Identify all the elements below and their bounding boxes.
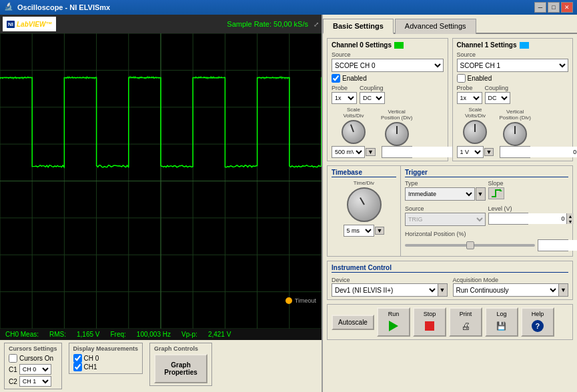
basic-settings-tab[interactable]: Basic Settings xyxy=(323,19,394,34)
acq-mode-select[interactable]: Run ContinuouslyRun Once xyxy=(453,283,560,297)
graph-controls-section: Graph Controls GraphProperties xyxy=(149,343,212,386)
run-icon-container xyxy=(384,319,403,333)
ch0-probe-coupling-row: Probe 1x10x Coupling DCAC xyxy=(332,85,444,104)
timebase-knob-group: Time/Div 5 ms1 ms10 ms ▼ xyxy=(332,180,396,237)
ch0-coupling-col: Coupling DCAC xyxy=(360,85,385,104)
timebase-trigger-section: Timebase Time/Div 5 ms1 ms10 ms ▼ xyxy=(327,165,573,257)
trigger-type-select[interactable]: ImmediateDigital Edge xyxy=(405,187,475,201)
log-button[interactable]: Log 💾 xyxy=(485,307,518,337)
trigger-type-row: Type ImmediateDigital Edge ▼ xyxy=(405,180,486,201)
run-label: Run xyxy=(388,311,400,317)
ch1-scale-knob[interactable] xyxy=(463,120,487,144)
display-measurements-section: Display Measurements CH 0 CH1 xyxy=(69,343,143,374)
expand-icon[interactable]: ⤢ xyxy=(314,21,319,28)
help-button[interactable]: Help ? xyxy=(521,307,554,337)
run-controls: Autoscale Run Stop Print 🖨 xyxy=(327,304,573,340)
autoscale-button[interactable]: Autoscale xyxy=(332,315,374,330)
title-bar: 🔬 Oscilloscope - NI ELVISmx ─ □ ✕ xyxy=(0,0,577,15)
acq-mode-col: Acquisition Mode Run ContinuouslyRun Onc… xyxy=(453,275,569,297)
ch0-vertpos-group: VerticalPosition (Div) ▲ ▼ xyxy=(381,109,413,158)
svg-marker-0 xyxy=(500,189,502,191)
ch1-scale-value-row: 1 V500 mV ▼ xyxy=(457,146,494,158)
ch0-vertpos-marker xyxy=(396,126,398,134)
horiz-pos-field[interactable] xyxy=(538,240,577,251)
device-label: Device xyxy=(332,277,350,283)
ch0-display-checkbox[interactable] xyxy=(73,354,82,363)
ch1-vertpos-field[interactable] xyxy=(500,147,577,157)
ch1-scale-dropdown-arrow[interactable]: ▼ xyxy=(484,148,494,156)
timebase-dropdown-arrow[interactable]: ▼ xyxy=(375,227,385,235)
timeout-dot xyxy=(285,297,292,304)
trigger-source-select[interactable]: TRIG xyxy=(405,213,486,226)
cursors-on-checkbox[interactable] xyxy=(9,354,17,363)
stop-button[interactable]: Stop xyxy=(413,307,446,337)
slope-rising-icon xyxy=(490,189,502,198)
trigger-level-up[interactable]: ▲ xyxy=(567,213,574,219)
horiz-pos-slider-container: ▲ ▼ xyxy=(405,239,568,251)
ch0-vertpos-knob[interactable] xyxy=(385,122,409,146)
maximize-button[interactable]: □ xyxy=(548,2,560,13)
ch1-enabled-checkbox[interactable] xyxy=(457,74,466,83)
c1-select[interactable]: CH 0CH 1 xyxy=(19,364,51,375)
ch0-source-label: Source xyxy=(332,51,444,58)
ch1-scale-select[interactable]: 1 V500 mV xyxy=(457,146,484,158)
ch1-vertpos-knob[interactable] xyxy=(503,122,527,146)
timebase-knob-label: Time/Div xyxy=(354,180,374,186)
main-container: NI LabVIEW™ Sample Rate: 50,00 kS/s ⤢ Ti… xyxy=(0,15,577,392)
trigger-type-arrow[interactable]: ▼ xyxy=(476,187,486,201)
ch0-scale-select[interactable]: 500 mV1 V200 mV xyxy=(332,146,365,158)
ch1-coupling-label: Coupling xyxy=(485,85,510,91)
print-button[interactable]: Print 🖨 xyxy=(449,307,482,337)
rms-value: 1,165 V xyxy=(77,331,99,338)
run-button[interactable]: Run xyxy=(377,307,410,337)
c2-select[interactable]: CH 0CH 1 xyxy=(19,376,51,387)
close-button[interactable]: ✕ xyxy=(561,2,573,13)
timebase-select[interactable]: 5 ms1 ms10 ms xyxy=(344,225,374,237)
freq-value: 100,003 Hz xyxy=(137,331,171,338)
minimize-button[interactable]: ─ xyxy=(534,2,546,13)
ch0-vertpos-field[interactable] xyxy=(382,147,460,157)
rms-label: RMS: xyxy=(49,331,66,338)
timebase-knob[interactable] xyxy=(347,187,382,222)
ch1-display-checkbox[interactable] xyxy=(73,363,82,371)
channel0-color-indicator xyxy=(394,42,404,49)
instrument-control-row: Device Dev1 (NI ELVIS II+) ▼ Acquisition… xyxy=(332,275,568,297)
scope-screen xyxy=(0,33,322,329)
timebase-value-row: 5 ms1 ms10 ms ▼ xyxy=(344,225,385,237)
ch0-source-select[interactable]: SCOPE CH 0SCOPE CH 1 xyxy=(332,59,444,72)
trigger-level-down[interactable]: ▼ xyxy=(567,219,574,224)
ch0-scale-knob[interactable] xyxy=(342,120,366,144)
horiz-pos-slider[interactable] xyxy=(405,244,535,247)
stop-square-icon xyxy=(425,321,434,331)
ch1-display-label: CH1 xyxy=(84,363,97,371)
ch1-display-row: CH1 xyxy=(73,363,139,371)
ch0-scale-marker xyxy=(350,124,354,132)
acq-mode-dropdown-arrow[interactable]: ▼ xyxy=(559,283,568,297)
ch1-source-row: Source SCOPE CH 0SCOPE CH 1 xyxy=(457,51,569,72)
ch0-coupling-select[interactable]: DCAC xyxy=(360,92,385,104)
cursors-header: Cursors Settings xyxy=(9,345,57,352)
ch0-scale-dropdown-arrow[interactable]: ▼ xyxy=(366,148,376,156)
cursors-section: Cursors Settings Cursors On C1 CH 0CH 1 … xyxy=(4,343,62,389)
slope-indicator[interactable] xyxy=(488,187,504,199)
trigger-section: Trigger Type ImmediateDigital Edge ▼ xyxy=(401,166,572,256)
device-select[interactable]: Dev1 (NI ELVIS II+) xyxy=(332,283,438,297)
ch0-probe-select[interactable]: 1x10x xyxy=(332,92,357,104)
ch1-vertpos-marker xyxy=(514,126,516,134)
ch1-source-select[interactable]: SCOPE CH 0SCOPE CH 1 xyxy=(457,59,569,72)
advanced-settings-tab[interactable]: Advanced Settings xyxy=(395,19,476,34)
sample-rate-display: Sample Rate: 50,00 kS/s xyxy=(227,20,308,28)
window-title: Oscilloscope - NI ELVISmx xyxy=(17,3,534,11)
graph-properties-button[interactable]: GraphProperties xyxy=(154,354,207,383)
device-dropdown-arrow[interactable]: ▼ xyxy=(438,283,448,297)
ch1-coupling-select[interactable]: DCAC xyxy=(485,92,510,104)
help-question-icon: ? xyxy=(532,320,544,332)
ch0-enabled-checkbox[interactable] xyxy=(332,74,340,83)
c2-row: C2 CH 0CH 1 xyxy=(9,376,57,387)
ch1-probe-select[interactable]: 1x10x xyxy=(457,92,482,104)
freq-label: Freq: xyxy=(111,331,126,338)
acq-mode-label: Acquisition Mode xyxy=(453,277,499,283)
trigger-level-field[interactable] xyxy=(489,213,566,224)
trigger-source-label: Source xyxy=(405,205,486,212)
settings-panel: Basic Settings Advanced Settings Channel… xyxy=(322,15,577,392)
